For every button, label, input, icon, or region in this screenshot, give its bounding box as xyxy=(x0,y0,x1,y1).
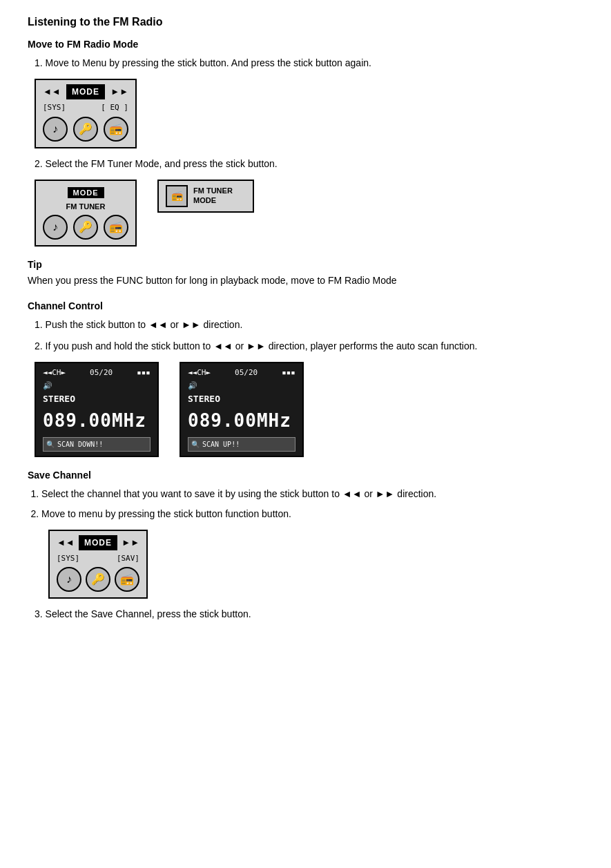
scan-down-screen: ◄◄CH► 05/20 ▪▪▪ 🔊 STEREO 089.00MHz 🔍 SCA… xyxy=(35,362,159,457)
save-list: Select the channel that you want to save… xyxy=(41,487,583,521)
channel-step1: 1. Push the stick button to ◄◄ or ►► dir… xyxy=(35,318,583,332)
fm-tuner-label: FM TUNER xyxy=(43,201,128,213)
save-top-bar: ◄◄ MODE ►► xyxy=(57,535,139,550)
save-key-icon: 🔑 xyxy=(86,567,110,592)
eq-label: [ EQ ] xyxy=(101,102,128,114)
channel-up: 05/20 xyxy=(235,367,258,379)
fm-tuner-screen-wrap: MODE FM TUNER ♪ 🔑 📻 📻 FM TUNER MODE xyxy=(35,180,583,247)
ch-label-up: ◄◄CH► xyxy=(188,367,211,379)
icon-row-1: ♪ 🔑 📻 xyxy=(43,117,128,142)
scan-down-bar: 🔍 SCAN DOWN!! xyxy=(43,437,151,452)
scan-up-icon: 🔍 xyxy=(191,439,200,450)
main-heading: Listening to the FM Radio xyxy=(28,14,583,30)
fm-mode-label: FM TUNER MODE xyxy=(193,186,233,204)
save-radio-icon: 📻 xyxy=(115,567,139,592)
save-left-arrow: ◄◄ xyxy=(57,536,75,550)
stereo-label-down: STEREO xyxy=(43,392,151,406)
volume-row-down: 🔊 xyxy=(43,380,151,392)
save-item-2: Move to menu by pressing the stick butto… xyxy=(41,507,583,521)
channel-control-section: Channel Control 1. Push the stick button… xyxy=(28,299,583,457)
radio-icon: 📻 xyxy=(104,117,128,142)
move-to-fm-section: Move to FM Radio Mode 1. Move to Menu by… xyxy=(28,37,583,247)
save-sys-label: [SYS] xyxy=(57,553,79,565)
screen-top-bar: ◄◄ MODE ►► xyxy=(43,84,128,99)
main-section: Listening to the FM Radio Move to FM Rad… xyxy=(28,14,583,621)
radio-icon-2: 📻 xyxy=(104,215,128,240)
save-label-row: [SYS] [SAV] xyxy=(57,553,139,565)
fm-mode-badge-wrap: MODE xyxy=(43,185,128,200)
step3-text: 3. Select the Save Channel, press the st… xyxy=(35,607,583,621)
tip-label: Tip xyxy=(28,258,583,272)
fm-mode-badge: MODE xyxy=(68,187,104,198)
tip-text: When you press the FUNC button for long … xyxy=(28,273,583,288)
key-icon-2: 🔑 xyxy=(73,215,98,240)
step2-text: 2. Select the FM Tuner Mode, and press t… xyxy=(35,157,583,171)
scan-down-icon: 🔍 xyxy=(46,439,55,450)
fm-tuner-device-screen: MODE FM TUNER ♪ 🔑 📻 xyxy=(35,180,137,247)
stereo-label-up: STEREO xyxy=(188,392,295,406)
save-right-arrow: ►► xyxy=(122,536,139,550)
save-item-1: Select the channel that you want to save… xyxy=(41,487,583,501)
scan-up-screen: ◄◄CH► 05/20 ▪▪▪ 🔊 STEREO 089.00MHz 🔍 SCA… xyxy=(180,362,304,457)
mode-badge: MODE xyxy=(66,84,105,99)
freq-down: 089.00MHz xyxy=(43,407,151,434)
fm-mode-icon: 📻 xyxy=(166,185,188,207)
sys-label: [SYS] xyxy=(43,102,66,114)
menu-device-screen: ◄◄ MODE ►► [SYS] [ EQ ] ♪ 🔑 📻 xyxy=(35,79,137,148)
right-arrow-icon: ►► xyxy=(110,85,128,99)
radio-screens-wrap: ◄◄CH► 05/20 ▪▪▪ 🔊 STEREO 089.00MHz 🔍 SCA… xyxy=(35,362,583,457)
channel-step2: 2. If you push and hold the stick button… xyxy=(35,339,583,354)
channel-down: 05/20 xyxy=(90,367,113,379)
key-icon: 🔑 xyxy=(73,117,98,142)
fm-mode-result-screen: 📻 FM TUNER MODE xyxy=(157,180,254,213)
tip-section: Tip When you press the FUNC button for l… xyxy=(28,258,583,288)
volume-row-up: 🔊 xyxy=(188,380,295,392)
ch-label-down: ◄◄CH► xyxy=(43,367,66,379)
channel-heading: Channel Control xyxy=(28,299,583,314)
step1-text: 1. Move to Menu by pressing the stick bu… xyxy=(35,56,583,70)
save-sav-label: [SAV] xyxy=(117,553,139,565)
label-row: [SYS] [ EQ ] xyxy=(43,102,128,114)
save-mode-badge: MODE xyxy=(79,535,117,550)
icon-row-2: ♪ 🔑 📻 xyxy=(43,215,128,240)
battery-icon-up: ▪▪▪ xyxy=(282,367,295,379)
battery-icon-down: ▪▪▪ xyxy=(137,367,151,379)
menu-screen-wrap: ◄◄ MODE ►► [SYS] [ EQ ] ♪ 🔑 📻 xyxy=(35,79,583,148)
music-icon: ♪ xyxy=(43,117,68,142)
music-icon-2: ♪ xyxy=(43,215,68,240)
left-arrow-icon: ◄◄ xyxy=(43,85,61,99)
save-icon-row: ♪ 🔑 📻 xyxy=(57,567,139,592)
save-channel-section: Save Channel Select the channel that you… xyxy=(28,468,583,622)
save-music-icon: ♪ xyxy=(57,567,81,592)
freq-up: 089.00MHz xyxy=(188,407,295,434)
rd-top-up: ◄◄CH► 05/20 ▪▪▪ xyxy=(188,367,295,379)
rd-top-down: ◄◄CH► 05/20 ▪▪▪ xyxy=(43,367,151,379)
save-screen-wrap: ◄◄ MODE ►► [SYS] [SAV] ♪ 🔑 📻 xyxy=(48,530,583,599)
save-device-screen: ◄◄ MODE ►► [SYS] [SAV] ♪ 🔑 📻 xyxy=(48,530,148,599)
move-heading: Move to FM Radio Mode xyxy=(28,37,583,52)
save-heading: Save Channel xyxy=(28,468,583,483)
scan-up-bar: 🔍 SCAN UP!! xyxy=(188,437,295,452)
